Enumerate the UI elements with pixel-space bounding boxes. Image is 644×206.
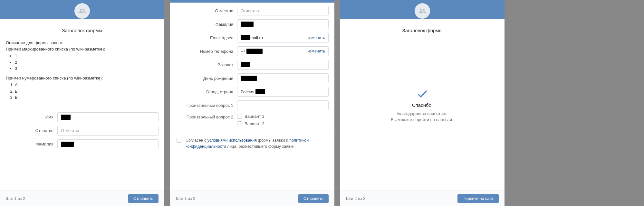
label-question-2: Произвольный вопрос 2 — [176, 114, 237, 119]
avatar — [415, 3, 430, 19]
option-1[interactable]: Вариант 1 — [237, 114, 329, 119]
thanks-title: Спасибо! — [412, 102, 433, 108]
label-age: Возраст — [176, 62, 237, 67]
desc-line: Пример маркированного списка (по wiki-ра… — [6, 46, 159, 52]
header-band — [0, 0, 164, 19]
panel-form-description: Заголовок формы Описание для формы заяво… — [0, 0, 164, 206]
form-scroll[interactable]: Отчество Фамилия Email адрес mail.ru изм… — [170, 3, 334, 191]
list-item: 2 — [15, 59, 159, 66]
form-title: Заголовок формы — [0, 28, 164, 33]
field-name: Имя — [0, 110, 164, 124]
field-lastname: Фамилия — [170, 17, 334, 31]
bulleted-list: 1 2 3 — [6, 53, 159, 72]
country-text: Россия — [241, 89, 255, 94]
checkbox-icon — [237, 121, 242, 126]
form-description: Описание для формы заявок Пример маркиро… — [0, 40, 164, 101]
people-icon — [418, 7, 426, 15]
checkbox-icon — [237, 114, 242, 119]
form-title: Заголовок формы — [340, 28, 505, 33]
consent-block: Согласен с условиями использования формы… — [170, 133, 334, 154]
avatar — [74, 3, 90, 19]
label-patronymic: Отчество — [176, 8, 237, 13]
list-item: 3 — [15, 65, 159, 72]
field-age: Возраст — [170, 58, 334, 71]
label-lastname: Фамилия — [6, 142, 57, 146]
option-2-label: Вариант 2 — [245, 121, 264, 126]
consent-checkbox[interactable] — [177, 138, 181, 143]
label-question-1: Произвольный вопрос 1 — [176, 103, 237, 108]
footer-bar: Шаг 1 из 2 Отправить — [0, 191, 164, 206]
field-phone: Номер телефона +7 изменить — [170, 44, 334, 58]
footer-bar: Шаг 2 из 2 Перейти на сайт — [340, 191, 505, 206]
thanks-block: Спасибо! Благодарим за ваш ответ. Вы мож… — [340, 40, 505, 191]
step-indicator: Шаг 1 из 2 — [6, 196, 25, 201]
age-input[interactable] — [237, 60, 329, 70]
form-scroll[interactable]: Заголовок формы Описание для формы заяво… — [0, 19, 164, 191]
label-city: Город, страна — [176, 89, 237, 94]
field-patronymic: Отчество — [170, 4, 334, 17]
label-email: Email адрес — [176, 35, 237, 40]
change-phone-link[interactable]: изменить — [308, 49, 325, 53]
field-lastname: Фамилия — [0, 137, 164, 151]
numbered-list: А Б В — [6, 82, 159, 101]
list-item: 1 — [15, 53, 159, 59]
label-name: Имя — [6, 115, 57, 119]
email-value[interactable]: mail.ru изменить — [237, 33, 329, 42]
field-patronymic: Отчество — [0, 124, 164, 137]
patronymic-input[interactable] — [237, 6, 329, 15]
thanks-line: Вы можете перейти на наш сайт — [391, 117, 454, 123]
submit-button[interactable]: Отправить — [298, 194, 329, 203]
checkmark-icon — [417, 88, 428, 100]
desc-line: Пример нумерованного списка (по wiki-раз… — [6, 75, 159, 81]
lastname-input[interactable] — [237, 19, 329, 29]
list-item: В — [15, 94, 159, 101]
label-phone: Номер телефона — [176, 49, 237, 54]
name-input[interactable] — [57, 112, 159, 122]
question-1-input[interactable] — [237, 100, 329, 110]
panel-form-fields: Отчество Фамилия Email адрес mail.ru изм… — [170, 0, 334, 206]
field-question-1: Произвольный вопрос 1 — [170, 98, 334, 112]
list-item: А — [15, 82, 159, 88]
header-band — [170, 0, 334, 3]
field-question-2: Произвольный вопрос 2 Вариант 1 Вариант … — [170, 112, 334, 128]
list-item: Б — [15, 88, 159, 95]
lastname-input[interactable] — [57, 139, 159, 149]
desc-line: Описание для формы заявок — [6, 40, 159, 46]
phone-prefix: +7 — [241, 49, 245, 54]
option-2[interactable]: Вариант 2 — [237, 121, 329, 126]
footer-bar: Шаг 1 из 2 Отправить — [170, 191, 334, 206]
city-input[interactable]: Россия — [237, 87, 329, 97]
label-birthday: День рождения — [176, 76, 237, 81]
submit-button[interactable]: Отправить — [128, 194, 159, 203]
thanks-line: Благодарим за ваш ответ. — [391, 110, 454, 117]
label-lastname: Фамилия — [176, 22, 237, 27]
option-1-label: Вариант 1 — [245, 114, 264, 119]
change-email-link[interactable]: изменить — [308, 35, 325, 40]
step-indicator: Шаг 1 из 2 — [176, 196, 195, 201]
label-patronymic: Отчество — [6, 128, 57, 133]
people-icon — [78, 7, 86, 15]
terms-link[interactable]: условиями использования — [207, 138, 257, 143]
patronymic-input[interactable] — [57, 126, 159, 136]
email-domain: mail.ru — [250, 35, 263, 40]
phone-value[interactable]: +7 изменить — [237, 46, 329, 56]
field-email: Email адрес mail.ru изменить — [170, 31, 334, 44]
field-city: Город, страна Россия — [170, 85, 334, 98]
step-indicator: Шаг 2 из 2 — [346, 196, 365, 201]
header-band — [340, 0, 505, 19]
goto-site-button[interactable]: Перейти на сайт — [457, 194, 499, 203]
consent-text: Согласен с условиями использования формы… — [186, 137, 329, 150]
field-birthday: День рождения — [170, 71, 334, 85]
birthday-input[interactable] — [237, 73, 329, 83]
panel-thanks: Заголовок формы Спасибо! Благодарим за в… — [340, 0, 505, 206]
